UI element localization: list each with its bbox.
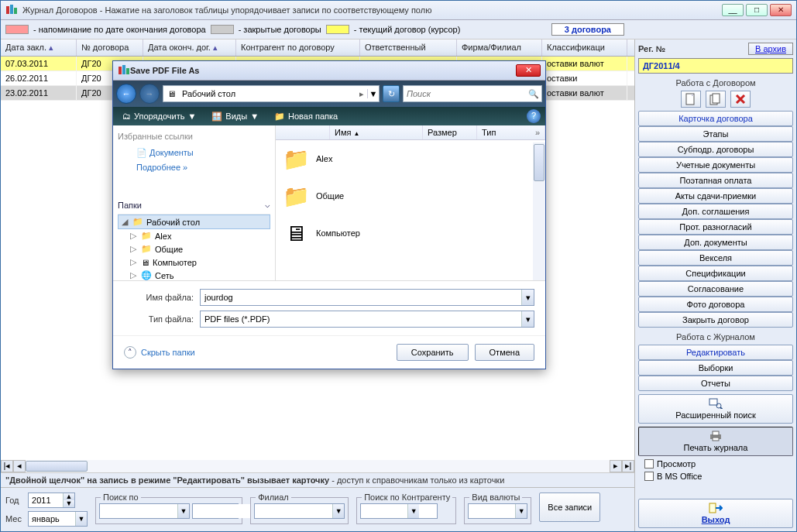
month-combo[interactable]: ▼ [28, 511, 88, 527]
month-input[interactable] [29, 512, 75, 526]
file-col-1[interactable]: Имя ▲ [330, 125, 423, 139]
dialog-titlebar[interactable]: Save PDF File As ✕ [113, 61, 545, 81]
col-1[interactable]: № договора [77, 39, 143, 56]
search-icon[interactable]: 🔍 [526, 89, 541, 99]
contract-btn-8[interactable]: Доп. документы [638, 235, 793, 250]
hide-folders-button[interactable]: ˄Скрыть папки [124, 346, 195, 359]
search-input[interactable] [404, 89, 526, 98]
group1-title: Работа с Договором [638, 78, 793, 88]
cancel-button[interactable]: Отмена [475, 344, 534, 361]
file-item[interactable]: 📁Общие [276, 177, 545, 215]
journal-btn-1[interactable]: Выборки [638, 360, 793, 376]
year-input[interactable] [29, 493, 63, 507]
tree-node[interactable]: ◢📁Рабочий стол [118, 215, 270, 229]
help-button[interactable]: ? [527, 109, 541, 123]
searchby-combo[interactable]: ▼ [99, 503, 190, 519]
contract-btn-6[interactable]: Доп. соглашения [638, 204, 793, 219]
contract-btn-5[interactable]: Акты сдачи-приемки [638, 188, 793, 204]
col-6[interactable]: Классификаци [542, 39, 627, 56]
file-col-0[interactable] [276, 125, 330, 139]
reg-label: Рег. № [638, 44, 665, 53]
msoffice-checkbox[interactable]: В MS Office [644, 472, 793, 481]
year-down[interactable]: ▼ [63, 500, 74, 507]
year-spinner[interactable]: ▲▼ [28, 493, 75, 508]
minimize-button[interactable]: __ [722, 4, 744, 16]
contract-btn-4[interactable]: Поэтапная оплата [638, 173, 793, 188]
preview-checkbox[interactable]: Просмотр [644, 459, 793, 469]
tree-node[interactable]: ▷🌐Сеть [118, 269, 270, 280]
file-col-3[interactable]: Тип» [477, 125, 545, 139]
archive-button[interactable]: В архив [748, 43, 793, 55]
address-dd[interactable]: ▼ [367, 89, 379, 98]
filename-field[interactable]: ▾ [200, 289, 534, 306]
tree-node[interactable]: ▷📁Общие [118, 242, 270, 256]
contract-btn-11[interactable]: Согласование [638, 281, 793, 297]
file-item[interactable]: 📁Alex [276, 140, 545, 177]
col-2[interactable]: Дата оконч. дог. [143, 39, 236, 56]
filename-dd[interactable]: ▾ [521, 290, 534, 305]
folders-collapse[interactable]: ⌵ [265, 200, 270, 210]
filetype-field[interactable]: ▾ [200, 311, 534, 328]
address-bar[interactable]: 🖥 ▸ ▼ [163, 85, 380, 102]
dialog-close-button[interactable]: ✕ [516, 64, 541, 77]
col-5[interactable]: Фирма/Филиал [457, 39, 542, 56]
tree-node[interactable]: ▷📁Alex [118, 229, 270, 242]
filetype-dd[interactable]: ▾ [521, 311, 534, 327]
tree-node[interactable]: ▷🖥Компьютер [118, 256, 270, 269]
fav-documents[interactable]: 📄 Документы [118, 146, 270, 160]
currency-combo[interactable]: ▼ [468, 503, 527, 519]
extended-search-button[interactable]: Расширенный поиск [638, 394, 793, 424]
scroll-last[interactable]: ▸| [622, 460, 634, 472]
month-label: Мес [5, 514, 26, 523]
refresh-button[interactable]: ↻ [383, 85, 400, 102]
files-vscrollbar[interactable] [533, 142, 545, 280]
col-3[interactable]: Контрагент по договору [236, 39, 360, 56]
contract-btn-0[interactable]: Карточка договора [638, 111, 793, 126]
horizontal-scrollbar[interactable]: |◂ ◂ ▸ ▸| [1, 460, 634, 472]
scroll-thumb[interactable] [26, 461, 88, 472]
files-vthumb[interactable] [534, 144, 545, 181]
contract-btn-12[interactable]: Фото договора [638, 297, 793, 312]
filetype-input[interactable] [201, 311, 521, 327]
file-col-2[interactable]: Размер [423, 125, 477, 139]
contract-btn-13[interactable]: Закрыть договор [638, 312, 793, 328]
file-item[interactable]: 🖥Компьютер [276, 215, 545, 252]
filetype-label: Тип файла: [124, 314, 194, 324]
journal-btn-2[interactable]: Отчеты [638, 376, 793, 391]
journal-btn-0[interactable]: Редактировать [638, 345, 793, 360]
nav-forward-button[interactable]: → [139, 84, 160, 104]
newfolder-button[interactable]: 📁Новая папка [270, 110, 342, 123]
address-input[interactable] [179, 86, 356, 101]
contr-combo[interactable]: ▼ [360, 503, 438, 519]
filename-input[interactable] [201, 290, 521, 305]
print-journal-button[interactable]: Печать журнала [638, 427, 793, 456]
delete-doc-button[interactable] [730, 91, 751, 108]
close-button[interactable]: ✕ [770, 4, 792, 16]
col-0[interactable]: Дата закл. [1, 39, 77, 56]
search-box[interactable]: 🔍 [403, 85, 542, 102]
svg-rect-14 [122, 65, 125, 74]
nav-back-button[interactable]: ← [116, 84, 136, 104]
organize-button[interactable]: 🗂Упорядочить▼ [118, 110, 201, 122]
exit-button[interactable]: Выход [638, 499, 793, 528]
scroll-next[interactable]: ▸ [610, 460, 622, 472]
contract-btn-7[interactable]: Прот. разногласий [638, 219, 793, 235]
new-doc-button[interactable] [681, 91, 701, 108]
save-dialog: Save PDF File As ✕ ← → 🖥 ▸ ▼ ↻ 🔍 🗂Упоряд… [112, 60, 546, 369]
contract-btn-9[interactable]: Векселя [638, 250, 793, 266]
col-4[interactable]: Ответственный [360, 39, 457, 56]
branch-combo[interactable]: ▼ [254, 503, 345, 519]
all-records-button[interactable]: Все записи [539, 493, 600, 522]
scroll-prev[interactable]: ◂ [13, 460, 26, 472]
views-button[interactable]: 🪟Виды▼ [207, 110, 263, 123]
contract-btn-2[interactable]: Субподр. договоры [638, 142, 793, 157]
contract-btn-3[interactable]: Учетные документы [638, 157, 793, 173]
maximize-button[interactable]: □ [746, 4, 768, 16]
month-dd[interactable]: ▼ [75, 512, 87, 526]
copy-doc-button[interactable] [706, 91, 726, 108]
fav-more[interactable]: Подробнее » [118, 160, 270, 174]
contract-btn-10[interactable]: Спецификации [638, 266, 793, 281]
scroll-first[interactable]: |◂ [1, 460, 13, 472]
contract-btn-1[interactable]: Этапы [638, 126, 793, 142]
save-button[interactable]: Сохранить [397, 344, 469, 361]
